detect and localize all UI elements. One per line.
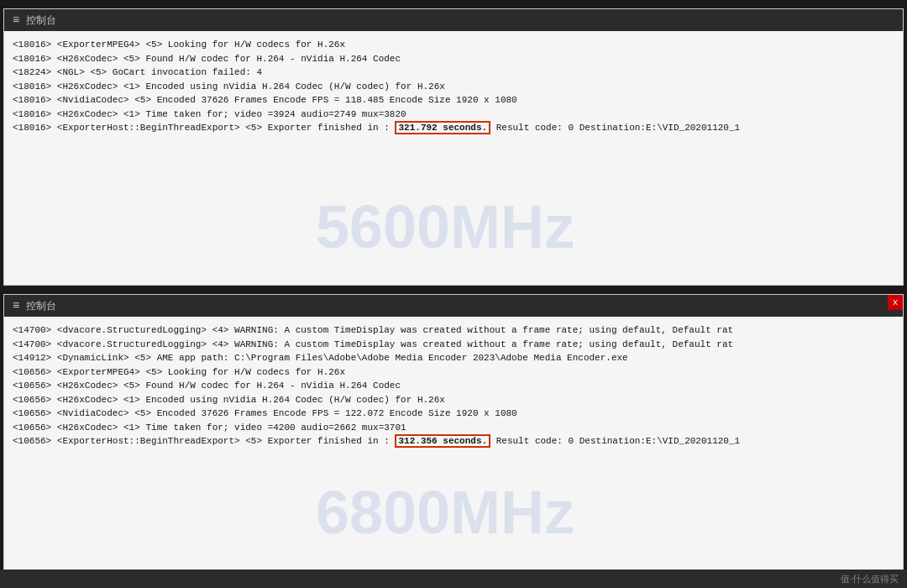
console-line-highlight: <10656> <ExporterHost::BeginThreadExport… [13, 434, 884, 449]
console-line: <14700> <dvacore.StructuredLogging> <4> … [13, 323, 884, 338]
bottom-bar-text: 值·什么值得买 [841, 573, 899, 585]
console-line: <18016> <H26xCodec> <5> Found H/W codec … [13, 52, 884, 66]
time-highlight-bottom: 312.356 seconds. [395, 434, 490, 448]
console-line: <10656> <H26xCodec> <1> Encoded using nV… [13, 393, 884, 407]
bottom-panel: x ≡ 控制台 <14700> <dvacore.StructuredLoggi… [3, 294, 904, 571]
top-panel: ≡ 控制台 <18016> <ExporterMPEG4> <5> Lookin… [3, 8, 904, 286]
watermark-bottom: 6800MHz [4, 467, 886, 558]
console-line: <18016> <ExporterMPEG4> <5> Looking for … [13, 38, 884, 52]
time-highlight-top: 321.792 seconds. [395, 121, 490, 134]
console-line: <14912> <DynamicLink> <5> AME app path: … [13, 351, 884, 365]
console-line: <10656> <ExporterMPEG4> <5> Looking for … [13, 365, 884, 380]
bottom-console-content: <14700> <dvacore.StructuredLogging> <4> … [4, 317, 903, 570]
menu-icon-top[interactable]: ≡ [13, 13, 19, 27]
console-line: <18016> <H26xCodec> <1> Time taken for; … [13, 108, 884, 122]
top-console-content: <18016> <ExporterMPEG4> <5> Looking for … [4, 31, 903, 285]
bottom-panel-title: 控制台 [26, 299, 56, 313]
bottom-panel-header: ≡ 控制台 [4, 295, 903, 317]
console-line: <18016> <NvidiaCodec> <5> Encoded 37626 … [13, 93, 884, 108]
console-line: <18224> <NGL> <5> GoCart invocation fail… [13, 66, 884, 80]
top-panel-title: 控制台 [26, 13, 56, 28]
menu-icon-bottom[interactable]: ≡ [13, 299, 19, 312]
console-line: <10656> <H26xCodec> <5> Found H/W codec … [13, 379, 884, 393]
watermark-top: 5600MHz [4, 181, 886, 272]
console-line: <18016> <H26xCodec> <1> Encoded using nV… [13, 80, 884, 94]
bottom-bar: 值·什么值得买 [0, 570, 907, 588]
console-line: <14700> <dvacore.StructuredLogging> <4> … [13, 338, 884, 352]
top-panel-header: ≡ 控制台 [4, 9, 903, 31]
console-line-highlight: <18016> <ExporterHost::BeginThreadExport… [13, 121, 884, 135]
close-button[interactable]: x [888, 295, 903, 310]
console-line: <10656> <H26xCodec> <1> Time taken for; … [13, 421, 884, 435]
console-line: <10656> <NvidiaCodec> <5> Encoded 37626 … [13, 407, 884, 421]
